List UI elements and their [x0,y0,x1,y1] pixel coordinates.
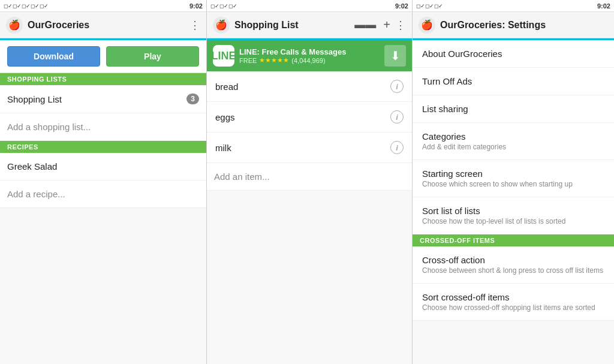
time-3: 9:02 [597,2,610,10]
recipe-item[interactable]: Greek Salad [0,153,206,181]
menu-icon-2[interactable]: ⋮ [395,19,406,32]
panel3-content: About OurGroceries Turn Off Ads List sha… [413,40,614,364]
settings-sort-lists-sub: Choose how the top-level list of lists i… [422,217,604,225]
panel2-content: bread i eggs i milk i Add an item... [207,71,412,364]
info-icon-milk[interactable]: i [390,141,404,154]
settings-turn-off-ads[interactable]: Turn Off Ads [413,68,614,95]
status-icons-2: ◻✓◻✓◻✓ [210,3,237,9]
grocery-item-eggs[interactable]: eggs i [207,102,412,133]
settings-starting-screen[interactable]: Starting screen Choose which screen to s… [413,160,614,197]
play-button[interactable]: Play [106,46,199,67]
settings-sort-lists-title: Sort list of lists [422,206,604,216]
settings-crossoff-action-title: Cross-off action [422,255,604,265]
item-name-eggs: eggs [215,112,235,122]
crossed-off-header: CROSSED-OFF ITEMS [413,234,614,246]
settings-turn-off-ads-title: Turn Off Ads [422,76,604,86]
recipe-name: Greek Salad [7,161,57,172]
settings-crossoff-action[interactable]: Cross-off action Choose between short & … [413,246,614,284]
settings-starting-screen-title: Starting screen [422,169,604,179]
settings-title: OurGroceries: Settings [440,20,608,31]
title-bar-3: 🍎 OurGroceries: Settings [413,12,614,38]
settings-about[interactable]: About OurGroceries [413,40,614,68]
time-1: 9:02 [189,2,203,10]
info-icon-eggs[interactable]: i [390,110,404,124]
status-icons-1: ◻✓◻✓◻✓◻✓◻✓ [4,3,49,9]
settings-categories-sub: Add & edit item categories [422,143,604,151]
shopping-list-name: Shopping List [7,94,62,104]
recipes-header: RECIPES [0,141,206,153]
ad-download-button[interactable]: ⬇ [384,45,406,67]
status-bar-3: ◻✓◻✓◻✓ 9:02 [413,0,614,12]
status-icons-3: ◻✓◻✓◻✓ [416,3,443,9]
item-name-milk: milk [215,143,231,153]
panel-3: ◻✓◻✓◻✓ 9:02 🍎 OurGroceries: Settings Abo… [413,0,614,364]
ad-free: FREE [239,57,257,64]
title-bar-2: 🍎 Shopping List ▬▬ + ⋮ [207,12,412,38]
status-bar-2: ◻✓◻✓◻✓ 9:02 [207,0,412,12]
ad-reviews: (4,044,969) [291,57,325,64]
shopping-lists-header: SHOPPING LISTS [0,73,206,85]
ad-title: LINE: Free Calls & Messages [239,47,380,56]
settings-sort-crossed-off[interactable]: Sort crossed-off items Choose how crosse… [413,284,614,321]
menu-icon-1[interactable]: ⋮ [189,19,200,32]
grocery-item-bread[interactable]: bread i [207,71,412,102]
add-shopping-list[interactable]: Add a shopping list... [0,113,206,141]
barcode-icon[interactable]: ▬▬ [354,19,376,31]
shopping-list-badge: 3 [186,94,199,104]
download-button[interactable]: Download [7,46,100,67]
shopping-list-title: Shopping List [234,20,350,31]
settings-categories-title: Categories [422,131,604,142]
settings-sort-crossed-off-title: Sort crossed-off items [422,292,604,302]
shopping-list-item[interactable]: Shopping List 3 [0,85,206,113]
time-2: 9:02 [395,2,408,10]
panel-1: ◻✓◻✓◻✓◻✓◻✓ 9:02 🍎 OurGroceries ⋮ Downloa… [0,0,207,364]
ad-sub: FREE ★★★★★ (4,044,969) [239,56,380,64]
add-recipe[interactable]: Add a recipe... [0,181,206,208]
settings-list-sharing-title: List sharing [422,104,604,114]
app-title-1: OurGroceries [28,20,185,31]
info-icon-bread[interactable]: i [390,80,404,93]
title-bar-1: 🍎 OurGroceries ⋮ [0,12,206,38]
ad-content: LINE: Free Calls & Messages FREE ★★★★★ (… [239,47,380,64]
app-icon-2: 🍎 [213,17,230,34]
add-icon[interactable]: + [383,18,390,32]
panel-2: ◻✓◻✓◻✓ 9:02 🍎 Shopping List ▬▬ + ⋮ LINE … [207,0,413,364]
panel1-content: SHOPPING LISTS Shopping List 3 Add a sho… [0,73,206,364]
status-bar-1: ◻✓◻✓◻✓◻✓◻✓ 9:02 [0,0,206,12]
add-grocery-item[interactable]: Add an item... [207,163,412,191]
ad-logo: LINE [213,45,234,67]
settings-about-title: About OurGroceries [422,49,604,59]
settings-sort-lists[interactable]: Sort list of lists Choose how the top-le… [413,197,614,234]
download-bar: Download Play [0,40,206,73]
item-name-bread: bread [215,82,238,92]
settings-crossoff-action-sub: Choose between short & long press to cro… [422,266,604,275]
settings-sort-crossed-off-sub: Choose how crossed-off shopping list ite… [422,303,604,312]
app-icon-1: 🍎 [6,17,23,34]
grocery-item-milk[interactable]: milk i [207,133,412,163]
ad-stars: ★★★★★ [259,56,289,64]
settings-starting-screen-sub: Choose which screen to show when startin… [422,180,604,188]
app-icon-3: 🍎 [419,17,435,34]
settings-categories[interactable]: Categories Add & edit item categories [413,123,614,160]
ad-banner[interactable]: LINE LINE: Free Calls & Messages FREE ★★… [207,40,412,71]
settings-list-sharing[interactable]: List sharing [413,95,614,123]
